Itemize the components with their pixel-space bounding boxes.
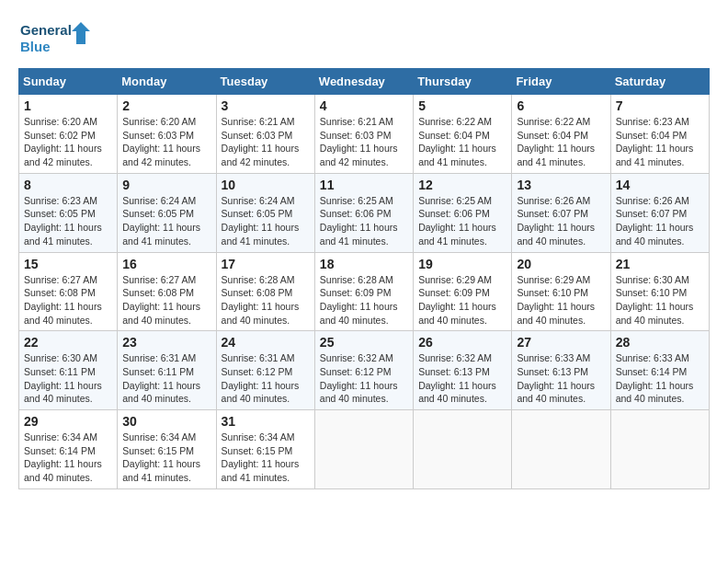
day-number: 28 <box>616 335 704 350</box>
calendar-table: SundayMondayTuesdayWednesdayThursdayFrid… <box>18 68 710 489</box>
calendar-cell: 7Sunrise: 6:23 AM Sunset: 6:04 PM Daylig… <box>610 95 709 174</box>
calendar-cell: 6Sunrise: 6:22 AM Sunset: 6:04 PM Daylig… <box>512 95 610 174</box>
calendar-week-3: 15Sunrise: 6:27 AM Sunset: 6:08 PM Dayli… <box>19 252 710 331</box>
day-number: 16 <box>122 257 210 271</box>
day-info: Sunrise: 6:26 AM Sunset: 6:07 PM Dayligh… <box>517 194 605 248</box>
calendar-cell: 29Sunrise: 6:34 AM Sunset: 6:14 PM Dayli… <box>19 410 118 489</box>
calendar-cell: 23Sunrise: 6:31 AM Sunset: 6:11 PM Dayli… <box>118 331 216 410</box>
day-info: Sunrise: 6:23 AM Sunset: 6:05 PM Dayligh… <box>24 194 112 248</box>
header-thursday: Thursday <box>414 69 512 95</box>
calendar-cell <box>414 410 512 489</box>
calendar-cell <box>314 410 413 489</box>
day-info: Sunrise: 6:29 AM Sunset: 6:09 PM Dayligh… <box>418 273 506 327</box>
day-number: 23 <box>122 335 210 350</box>
calendar-cell: 15Sunrise: 6:27 AM Sunset: 6:08 PM Dayli… <box>19 252 118 331</box>
calendar-cell <box>610 410 709 489</box>
day-info: Sunrise: 6:34 AM Sunset: 6:14 PM Dayligh… <box>24 431 112 485</box>
day-info: Sunrise: 6:27 AM Sunset: 6:08 PM Dayligh… <box>24 273 112 327</box>
day-number: 15 <box>24 257 112 271</box>
day-info: Sunrise: 6:34 AM Sunset: 6:15 PM Dayligh… <box>122 431 210 485</box>
svg-text:General: General <box>20 22 72 38</box>
calendar-cell: 4Sunrise: 6:21 AM Sunset: 6:03 PM Daylig… <box>314 95 413 174</box>
header-friday: Friday <box>512 69 610 95</box>
day-number: 6 <box>517 98 605 113</box>
svg-text:Blue: Blue <box>20 39 51 54</box>
day-info: Sunrise: 6:26 AM Sunset: 6:07 PM Dayligh… <box>616 194 704 248</box>
calendar-cell: 20Sunrise: 6:29 AM Sunset: 6:10 PM Dayli… <box>512 252 610 331</box>
day-number: 29 <box>24 414 112 429</box>
calendar-week-4: 22Sunrise: 6:30 AM Sunset: 6:11 PM Dayli… <box>19 331 710 410</box>
day-info: Sunrise: 6:33 AM Sunset: 6:13 PM Dayligh… <box>517 351 605 406</box>
day-info: Sunrise: 6:25 AM Sunset: 6:06 PM Dayligh… <box>320 194 408 248</box>
day-number: 4 <box>320 98 408 113</box>
calendar-cell: 8Sunrise: 6:23 AM Sunset: 6:05 PM Daylig… <box>19 173 118 252</box>
day-info: Sunrise: 6:20 AM Sunset: 6:02 PM Dayligh… <box>24 115 112 169</box>
calendar-cell: 25Sunrise: 6:32 AM Sunset: 6:12 PM Dayli… <box>314 331 413 410</box>
day-number: 3 <box>222 98 310 113</box>
calendar-cell: 24Sunrise: 6:31 AM Sunset: 6:12 PM Dayli… <box>216 331 314 410</box>
day-number: 2 <box>122 98 210 113</box>
day-number: 22 <box>24 335 112 350</box>
calendar-cell: 13Sunrise: 6:26 AM Sunset: 6:07 PM Dayli… <box>512 173 610 252</box>
day-info: Sunrise: 6:23 AM Sunset: 6:04 PM Dayligh… <box>616 115 704 169</box>
calendar-cell: 5Sunrise: 6:22 AM Sunset: 6:04 PM Daylig… <box>414 95 512 174</box>
calendar-week-5: 29Sunrise: 6:34 AM Sunset: 6:14 PM Dayli… <box>19 410 710 489</box>
day-number: 25 <box>320 335 408 350</box>
logo: General Blue <box>18 18 92 59</box>
calendar-cell: 19Sunrise: 6:29 AM Sunset: 6:09 PM Dayli… <box>414 252 512 331</box>
day-info: Sunrise: 6:31 AM Sunset: 6:12 PM Dayligh… <box>222 351 310 406</box>
calendar-cell: 14Sunrise: 6:26 AM Sunset: 6:07 PM Dayli… <box>610 173 709 252</box>
calendar-cell: 18Sunrise: 6:28 AM Sunset: 6:09 PM Dayli… <box>314 252 413 331</box>
calendar-cell: 9Sunrise: 6:24 AM Sunset: 6:05 PM Daylig… <box>118 173 216 252</box>
header-sunday: Sunday <box>19 69 118 95</box>
day-info: Sunrise: 6:22 AM Sunset: 6:04 PM Dayligh… <box>517 115 605 169</box>
day-number: 11 <box>320 178 408 192</box>
calendar-cell: 21Sunrise: 6:30 AM Sunset: 6:10 PM Dayli… <box>610 252 709 331</box>
header-wednesday: Wednesday <box>314 69 413 95</box>
calendar-cell: 22Sunrise: 6:30 AM Sunset: 6:11 PM Dayli… <box>19 331 118 410</box>
day-number: 30 <box>122 414 210 429</box>
day-number: 21 <box>616 257 704 271</box>
day-number: 1 <box>24 98 112 113</box>
day-info: Sunrise: 6:20 AM Sunset: 6:03 PM Dayligh… <box>122 115 210 169</box>
day-info: Sunrise: 6:29 AM Sunset: 6:10 PM Dayligh… <box>517 273 605 327</box>
day-number: 26 <box>418 335 506 350</box>
day-info: Sunrise: 6:32 AM Sunset: 6:13 PM Dayligh… <box>418 351 506 406</box>
day-number: 27 <box>517 335 605 350</box>
day-number: 31 <box>222 414 310 429</box>
day-info: Sunrise: 6:21 AM Sunset: 6:03 PM Dayligh… <box>320 115 408 169</box>
day-info: Sunrise: 6:28 AM Sunset: 6:08 PM Dayligh… <box>222 273 310 327</box>
calendar-cell: 27Sunrise: 6:33 AM Sunset: 6:13 PM Dayli… <box>512 331 610 410</box>
day-info: Sunrise: 6:31 AM Sunset: 6:11 PM Dayligh… <box>122 351 210 406</box>
day-info: Sunrise: 6:21 AM Sunset: 6:03 PM Dayligh… <box>222 115 310 169</box>
calendar-cell: 17Sunrise: 6:28 AM Sunset: 6:08 PM Dayli… <box>216 252 314 331</box>
day-info: Sunrise: 6:24 AM Sunset: 6:05 PM Dayligh… <box>222 194 310 248</box>
day-number: 12 <box>418 178 506 192</box>
svg-marker-2 <box>72 22 90 44</box>
day-number: 19 <box>418 257 506 271</box>
calendar-cell: 11Sunrise: 6:25 AM Sunset: 6:06 PM Dayli… <box>314 173 413 252</box>
calendar-cell: 2Sunrise: 6:20 AM Sunset: 6:03 PM Daylig… <box>118 95 216 174</box>
calendar-cell: 28Sunrise: 6:33 AM Sunset: 6:14 PM Dayli… <box>610 331 709 410</box>
calendar-cell: 12Sunrise: 6:25 AM Sunset: 6:06 PM Dayli… <box>414 173 512 252</box>
day-info: Sunrise: 6:22 AM Sunset: 6:04 PM Dayligh… <box>418 115 506 169</box>
day-info: Sunrise: 6:33 AM Sunset: 6:14 PM Dayligh… <box>616 351 704 406</box>
calendar-cell: 1Sunrise: 6:20 AM Sunset: 6:02 PM Daylig… <box>19 95 118 174</box>
day-number: 9 <box>122 178 210 192</box>
calendar-week-2: 8Sunrise: 6:23 AM Sunset: 6:05 PM Daylig… <box>19 173 710 252</box>
header-saturday: Saturday <box>610 69 709 95</box>
calendar-cell <box>512 410 610 489</box>
day-info: Sunrise: 6:32 AM Sunset: 6:12 PM Dayligh… <box>320 351 408 406</box>
day-number: 13 <box>517 178 605 192</box>
calendar-header-row: SundayMondayTuesdayWednesdayThursdayFrid… <box>19 69 710 95</box>
page-header: General Blue <box>18 18 710 59</box>
day-number: 18 <box>320 257 408 271</box>
day-info: Sunrise: 6:24 AM Sunset: 6:05 PM Dayligh… <box>122 194 210 248</box>
day-info: Sunrise: 6:25 AM Sunset: 6:06 PM Dayligh… <box>418 194 506 248</box>
day-number: 7 <box>616 98 704 113</box>
day-number: 20 <box>517 257 605 271</box>
day-info: Sunrise: 6:30 AM Sunset: 6:10 PM Dayligh… <box>616 273 704 327</box>
calendar-cell: 30Sunrise: 6:34 AM Sunset: 6:15 PM Dayli… <box>118 410 216 489</box>
day-info: Sunrise: 6:27 AM Sunset: 6:08 PM Dayligh… <box>122 273 210 327</box>
calendar-cell: 16Sunrise: 6:27 AM Sunset: 6:08 PM Dayli… <box>118 252 216 331</box>
